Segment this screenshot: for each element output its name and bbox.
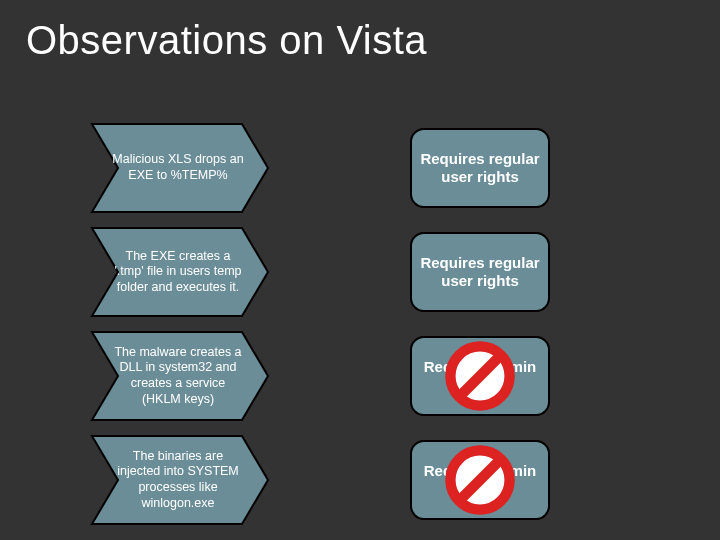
rights-box-1: Requires regular user rights [410,232,550,312]
step-text-3: The binaries are injected into SYSTEM pr… [106,434,250,526]
step-text-0: Malicious XLS drops an EXE to %TEMP% [106,122,250,214]
step-text-1: The EXE creates a '.tmp' file in users t… [106,226,250,318]
row-3: The binaries are injected into SYSTEM pr… [90,432,650,528]
rights-wrap-2: Requires admin rights [410,336,550,416]
rights-wrap-1: Requires regular user rights [410,232,550,312]
rights-box-2: Requires admin rights [410,336,550,416]
row-1: The EXE creates a '.tmp' file in users t… [90,224,650,320]
row-2: The malware creates a DLL in system32 an… [90,328,650,424]
rights-box-3: Requires admin rights [410,440,550,520]
rights-box-0: Requires regular user rights [410,128,550,208]
slide-title: Observations on Vista [0,0,720,63]
step-text-2: The malware creates a DLL in system32 an… [106,330,250,422]
rights-wrap-3: Requires admin rights [410,440,550,520]
row-0: Malicious XLS drops an EXE to %TEMP% Req… [90,120,650,216]
step-shape-1: The EXE creates a '.tmp' file in users t… [90,226,270,318]
content-grid: Malicious XLS drops an EXE to %TEMP% Req… [90,120,650,536]
step-shape-0: Malicious XLS drops an EXE to %TEMP% [90,122,270,214]
rights-wrap-0: Requires regular user rights [410,128,550,208]
step-shape-2: The malware creates a DLL in system32 an… [90,330,270,422]
step-shape-3: The binaries are injected into SYSTEM pr… [90,434,270,526]
